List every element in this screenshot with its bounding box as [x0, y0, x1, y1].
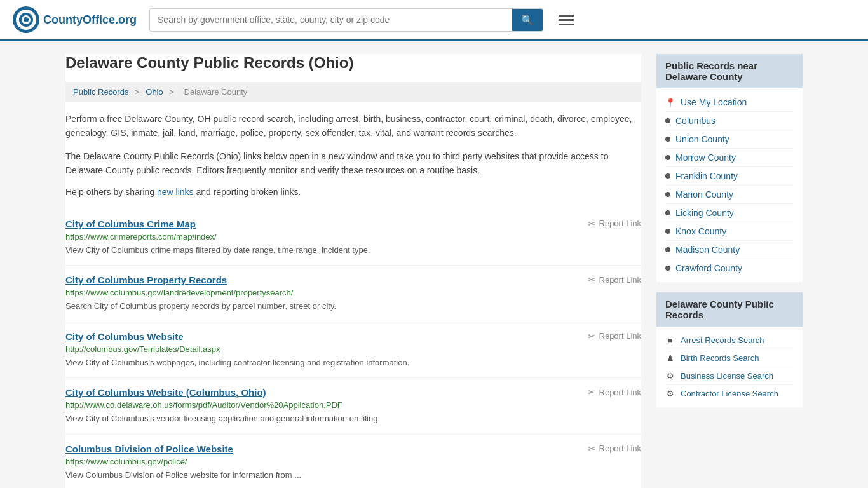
nearby-links: ColumbusUnion CountyMorrow CountyFrankli… — [665, 112, 794, 277]
record-header: City of Columbus Website ✂ Report Link — [65, 331, 641, 342]
nearby-link[interactable]: Union County — [665, 130, 794, 149]
search-input[interactable] — [150, 10, 512, 30]
nearby-header: Public Records near Delaware County — [656, 54, 803, 88]
public-records-section: Delaware County Public Records ■Arrest R… — [656, 292, 803, 407]
public-records-links: ■Arrest Records Search♟Birth Records Sea… — [665, 332, 794, 402]
report-link-label: Report Link — [599, 219, 641, 228]
unlink-icon: ✂ — [588, 387, 595, 397]
record-header: City of Columbus Property Records ✂ Repo… — [65, 274, 641, 285]
bullet-icon — [665, 155, 670, 160]
public-record-link[interactable]: ♟Birth Records Search — [665, 349, 794, 367]
record-title[interactable]: City of Columbus Website (Columbus, Ohio… — [65, 387, 266, 398]
record-url[interactable]: https://www.columbus.gov/police/ — [65, 457, 641, 466]
unlink-icon: ✂ — [588, 219, 595, 229]
bullet-icon — [665, 210, 670, 215]
nearby-link[interactable]: Columbus — [665, 112, 794, 130]
nearby-link[interactable]: Franklin County — [665, 167, 794, 186]
public-record-link[interactable]: ⚙Contractor License Search — [665, 385, 794, 402]
record-description: View City of Columbus crime maps filtere… — [65, 244, 641, 257]
record-item: City of Columbus Crime Map ✂ Report Link… — [65, 210, 641, 266]
record-type-icon: ■ — [665, 336, 675, 345]
report-link-label: Report Link — [599, 388, 641, 397]
main-layout: Delaware County Public Records (Ohio) Pu… — [53, 41, 815, 488]
record-url[interactable]: http://columbus.gov/Templates/Detail.asp… — [65, 344, 641, 354]
nearby-link-label: Columbus — [675, 116, 715, 126]
public-records-content: ■Arrest Records Search♟Birth Records Sea… — [656, 327, 803, 407]
nearby-link[interactable]: Madison County — [665, 241, 794, 259]
report-link-button[interactable]: ✂ Report Link — [588, 387, 641, 397]
help-text: Help others by sharing new links and rep… — [65, 187, 641, 197]
nearby-link[interactable]: Licking County — [665, 204, 794, 222]
nearby-link-label: Franklin County — [675, 171, 738, 181]
nearby-link[interactable]: Morrow County — [665, 149, 794, 167]
records-list: City of Columbus Crime Map ✂ Report Link… — [65, 210, 641, 488]
public-record-link[interactable]: ■Arrest Records Search — [665, 332, 794, 349]
report-link-label: Report Link — [599, 331, 641, 341]
page-title: Delaware County Public Records (Ohio) — [65, 54, 641, 72]
unlink-icon: ✂ — [588, 274, 595, 285]
nearby-link-label: Morrow County — [675, 152, 736, 163]
unlink-icon: ✂ — [588, 444, 595, 454]
record-type-icon: ⚙ — [665, 371, 675, 381]
breadcrumb-ohio[interactable]: Ohio — [146, 87, 163, 97]
nearby-link-label: Madison County — [675, 245, 740, 255]
logo[interactable]: CountyOffice.org — [13, 6, 137, 33]
nearby-link-label: Marion County — [675, 189, 733, 200]
record-item: City of Columbus Website ✂ Report Link h… — [65, 322, 641, 379]
record-title[interactable]: City of Columbus Property Records — [65, 274, 227, 285]
menu-icon — [559, 19, 574, 21]
record-title[interactable]: City of Columbus Website — [65, 331, 184, 342]
content-area: Delaware County Public Records (Ohio) Pu… — [65, 54, 641, 488]
bullet-icon — [665, 229, 670, 234]
nearby-link[interactable]: Knox County — [665, 222, 794, 241]
public-record-label: Birth Records Search — [681, 353, 759, 363]
record-item: City of Columbus Property Records ✂ Repo… — [65, 266, 641, 322]
public-record-label: Contractor License Search — [681, 389, 778, 398]
report-link-label: Report Link — [599, 444, 641, 453]
report-link-button[interactable]: ✂ Report Link — [588, 444, 641, 454]
description-1: Perform a free Delaware County, OH publi… — [65, 112, 641, 140]
record-type-icon: ⚙ — [665, 389, 675, 398]
record-title[interactable]: Columbus Division of Police Website — [65, 444, 233, 454]
record-type-icon: ♟ — [665, 353, 675, 363]
search-button[interactable]: 🔍 — [512, 9, 543, 31]
svg-point-6 — [25, 27, 27, 30]
search-bar: 🔍 — [149, 8, 543, 32]
nearby-section: Public Records near Delaware County 📍 Us… — [656, 54, 803, 282]
bullet-icon — [665, 266, 670, 271]
record-title[interactable]: City of Columbus Crime Map — [65, 219, 196, 229]
public-records-header: Delaware County Public Records — [656, 292, 803, 327]
record-header: Columbus Division of Police Website ✂ Re… — [65, 444, 641, 454]
bullet-icon — [665, 173, 670, 179]
report-link-button[interactable]: ✂ Report Link — [588, 274, 641, 285]
menu-icon — [559, 24, 574, 25]
header: CountyOffice.org 🔍 — [0, 0, 868, 41]
svg-point-8 — [34, 18, 36, 21]
nearby-link[interactable]: Marion County — [665, 186, 794, 204]
use-my-location-link[interactable]: 📍 Use My Location — [665, 93, 794, 112]
menu-button[interactable] — [556, 12, 576, 28]
nearby-link[interactable]: Crawford County — [665, 259, 794, 277]
bullet-icon — [665, 192, 670, 197]
record-url[interactable]: http://www.co.delaware.oh.us/forms/pdf/A… — [65, 400, 641, 410]
new-links-link[interactable]: new links — [157, 187, 194, 197]
report-link-button[interactable]: ✂ Report Link — [588, 331, 641, 341]
record-header: City of Columbus Crime Map ✂ Report Link — [65, 219, 641, 229]
record-url[interactable]: https://www.columbus.gov/landredevelopme… — [65, 288, 641, 297]
logo-text: CountyOffice.org — [43, 13, 137, 27]
menu-icon — [559, 15, 574, 17]
breadcrumb-public-records[interactable]: Public Records — [73, 87, 128, 97]
record-header: City of Columbus Website (Columbus, Ohio… — [65, 387, 641, 398]
public-record-label: Arrest Records Search — [681, 336, 764, 345]
report-link-button[interactable]: ✂ Report Link — [588, 219, 641, 229]
nearby-link-label: Knox County — [675, 226, 726, 236]
record-description: View Columbus Division of Police website… — [65, 469, 641, 482]
bullet-icon — [665, 137, 670, 142]
record-url[interactable]: https://www.crimereports.com/map/index/ — [65, 232, 641, 241]
record-item: Columbus Division of Police Website ✂ Re… — [65, 435, 641, 488]
nearby-link-label: Union County — [675, 134, 729, 144]
svg-point-5 — [25, 10, 27, 12]
unlink-icon: ✂ — [588, 331, 595, 341]
public-record-link[interactable]: ⚙Business License Search — [665, 367, 794, 385]
record-item: City of Columbus Website (Columbus, Ohio… — [65, 378, 641, 435]
